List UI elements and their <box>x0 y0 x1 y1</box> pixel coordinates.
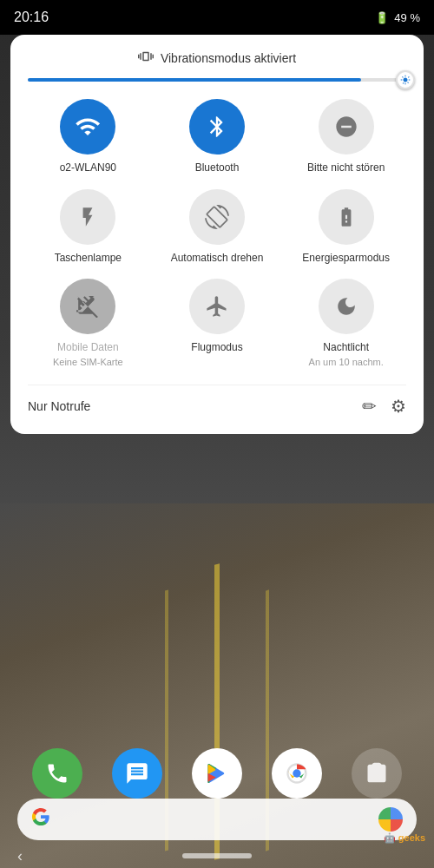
nightlight-sublabel: An um 10 nachm. <box>309 357 384 367</box>
bluetooth-label: Bluetooth <box>195 161 240 175</box>
tile-wifi[interactable]: o2-WLAN90 <box>28 99 148 175</box>
battery-icon: 🔋 <box>375 11 389 24</box>
mobile-data-sublabel: Keine SIM-Karte <box>53 357 123 367</box>
dock <box>17 748 417 799</box>
emergency-label: Nur Notrufe <box>28 399 90 413</box>
nav-bar: ‹ <box>0 844 434 868</box>
google-g-logo <box>31 807 50 832</box>
tile-bluetooth[interactable]: Bluetooth <box>157 99 278 175</box>
flashlight-label: Taschenlampe <box>55 252 122 266</box>
dock-chrome[interactable] <box>272 748 322 799</box>
brightness-fill <box>28 78 361 82</box>
vibration-icon <box>138 49 154 68</box>
quick-settings-panel: Vibrationsmodus aktiviert o2-WLAN90 <box>10 35 424 434</box>
search-bar[interactable] <box>17 799 417 840</box>
brightness-thumb <box>396 70 415 89</box>
tile-dnd[interactable]: Bitte nicht stören <box>286 99 406 175</box>
status-bar: 20:16 🔋 49 % <box>0 0 434 35</box>
mobile-data-label: Mobile Daten <box>57 341 119 355</box>
settings-icon[interactable]: ⚙ <box>391 396 406 417</box>
nav-back-button[interactable]: ‹ <box>17 847 23 865</box>
google-assistant-icon[interactable] <box>378 807 403 832</box>
panel-action-icons: ✏ ⚙ <box>362 396 406 417</box>
tile-rotate[interactable]: Automatisch drehen <box>157 189 278 266</box>
tile-battery-saver[interactable]: Energiesparmodus <box>286 189 406 266</box>
dock-play-store[interactable] <box>192 748 242 799</box>
mobile-data-icon-circle <box>60 279 115 334</box>
watermark: 🤖 geeks <box>384 832 425 844</box>
airplane-label: Flugmodus <box>191 341 242 355</box>
status-time: 20:16 <box>14 10 49 25</box>
battery-saver-label: Energiesparmodus <box>302 252 390 266</box>
wifi-label: o2-WLAN90 <box>60 161 116 175</box>
nightlight-label: Nachtlicht <box>323 341 369 355</box>
vibration-label: Vibrationsmodus aktiviert <box>161 51 296 65</box>
bluetooth-icon-circle <box>189 99 245 155</box>
flashlight-icon-circle <box>60 189 115 245</box>
svg-point-0 <box>293 769 300 777</box>
brightness-slider[interactable] <box>28 78 406 82</box>
tile-airplane[interactable]: Flugmodus <box>157 279 278 367</box>
dnd-label: Bitte nicht stören <box>307 161 385 175</box>
status-icons: 🔋 49 % <box>375 11 420 24</box>
rotate-icon-circle <box>189 189 245 245</box>
battery-level: 49 % <box>394 11 420 24</box>
nightlight-icon-circle <box>319 279 374 334</box>
dock-phone[interactable] <box>32 748 82 799</box>
dock-messages[interactable] <box>112 748 162 799</box>
tile-nightlight[interactable]: Nachtlicht An um 10 nachm. <box>286 279 406 367</box>
tile-mobile-data[interactable]: Mobile Daten Keine SIM-Karte <box>28 279 148 367</box>
dock-camera[interactable] <box>352 748 402 799</box>
tile-flashlight[interactable]: Taschenlampe <box>28 189 148 266</box>
rotate-label: Automatisch drehen <box>171 252 264 266</box>
airplane-icon-circle <box>189 279 245 334</box>
battery-saver-icon-circle <box>319 189 374 245</box>
wifi-icon-circle <box>60 99 115 155</box>
brightness-track[interactable] <box>28 78 406 82</box>
dnd-icon-circle <box>319 99 374 155</box>
edit-icon[interactable]: ✏ <box>362 396 377 417</box>
nav-home-pill[interactable] <box>182 853 252 858</box>
panel-bottom: Nur Notrufe ✏ ⚙ <box>28 385 406 417</box>
tiles-grid: o2-WLAN90 Bluetooth Bitte nicht stören <box>28 99 406 367</box>
vibration-row: Vibrationsmodus aktiviert <box>28 49 406 68</box>
